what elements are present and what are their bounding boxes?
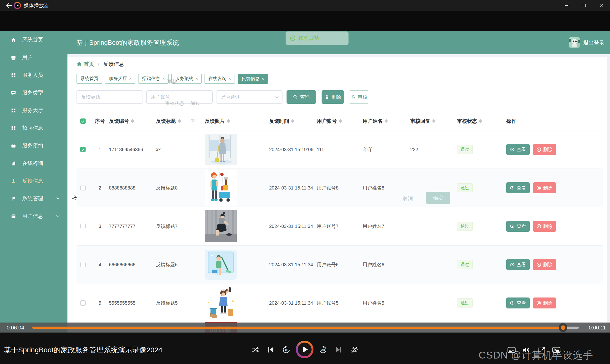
rewind-10-button[interactable]: 10 bbox=[282, 345, 291, 354]
tab-service-booking[interactable]: 服务预约× bbox=[171, 74, 202, 84]
sidebar-item-recruit-info[interactable]: 招聘信息 bbox=[0, 119, 67, 137]
sidebar-item-feedback-info[interactable]: 反馈信息 bbox=[0, 172, 67, 190]
row-checkbox[interactable] bbox=[80, 147, 86, 152]
repeat-off-button[interactable] bbox=[350, 345, 359, 354]
minimize-button[interactable] bbox=[558, 0, 575, 11]
row-checkbox[interactable] bbox=[80, 300, 86, 306]
feedback-title-input[interactable] bbox=[77, 90, 143, 104]
sort-icon[interactable] bbox=[432, 119, 435, 123]
sort-icon[interactable] bbox=[479, 119, 482, 123]
cell-feedback-id: 6666666666 bbox=[109, 262, 156, 267]
volume-icon[interactable] bbox=[522, 346, 531, 355]
tab-recruit-info[interactable]: 招聘信息× bbox=[138, 74, 169, 84]
view-button[interactable]: 查看 bbox=[506, 259, 530, 270]
feedback-photo[interactable] bbox=[205, 170, 269, 206]
delete-button[interactable]: 删除 bbox=[533, 298, 556, 309]
tab-system-home[interactable]: 系统首页 bbox=[77, 74, 102, 84]
sidebar-item-home[interactable]: 系统首页 bbox=[0, 31, 67, 49]
app-title: 基于SpringBoot的家政服务管理系统 bbox=[76, 31, 179, 54]
mini-player-icon[interactable] bbox=[552, 346, 561, 355]
tab-service-hall[interactable]: 服务大厅× bbox=[105, 74, 135, 84]
close-button[interactable] bbox=[593, 0, 610, 11]
scrollbar[interactable] bbox=[607, 57, 610, 333]
delete-button[interactable]: 删除 bbox=[533, 221, 556, 232]
view-button[interactable]: 查看 bbox=[506, 221, 530, 232]
sidebar-item-online-consult[interactable]: 在线咨询 bbox=[0, 155, 67, 172]
back-icon[interactable] bbox=[5, 2, 12, 9]
close-icon[interactable]: × bbox=[195, 77, 198, 81]
circle-x-icon bbox=[537, 301, 541, 305]
column-header-user-name[interactable]: 用户姓名 bbox=[363, 118, 410, 124]
sidebar-item-user-info[interactable]: 用户信息 bbox=[0, 208, 67, 225]
close-icon[interactable]: × bbox=[162, 77, 165, 81]
feedback-photo[interactable] bbox=[205, 134, 269, 165]
sort-icon[interactable] bbox=[385, 119, 388, 123]
seek-bar: 0:06:04 0:00:11 bbox=[0, 323, 610, 333]
tab-online-consult[interactable]: 在线咨询× bbox=[205, 74, 235, 84]
delete-selected-button[interactable]: 删除 bbox=[322, 90, 344, 104]
close-icon[interactable]: × bbox=[129, 77, 131, 81]
sort-icon[interactable] bbox=[227, 119, 230, 123]
cell-index: 5 bbox=[91, 300, 109, 306]
logout-button[interactable]: 退出登录 bbox=[569, 37, 604, 48]
sort-icon[interactable] bbox=[178, 119, 181, 123]
cell-user-account: 用户账号5 bbox=[317, 300, 363, 306]
sort-icon[interactable] bbox=[339, 119, 342, 123]
delete-button[interactable]: 删除 bbox=[533, 182, 556, 193]
column-header-feedback-photo[interactable]: 反馈照片 bbox=[205, 118, 269, 124]
column-header-user-account[interactable]: 用户账号 bbox=[317, 118, 363, 124]
view-button[interactable]: 查看 bbox=[506, 298, 530, 309]
forward-30-button[interactable]: 30 bbox=[319, 345, 327, 354]
progress-fill[interactable] bbox=[32, 326, 563, 329]
previous-track-button[interactable] bbox=[267, 345, 275, 354]
tab-bar: 系统首页 服务大厅× 招聘信息× 服务预约× 在线咨询× 反馈信息× bbox=[77, 73, 268, 85]
sort-icon[interactable] bbox=[131, 119, 134, 123]
column-header-feedback-time[interactable]: 反馈时间 bbox=[269, 118, 317, 124]
delete-button[interactable]: 删除 bbox=[533, 144, 556, 155]
sidebar-item-service-booking[interactable]: 服务预约 bbox=[0, 137, 67, 155]
column-header-audit-reply[interactable]: 审核回复 bbox=[410, 118, 457, 124]
chevron-down-icon bbox=[275, 96, 279, 98]
subtitles-icon[interactable] bbox=[507, 346, 516, 355]
sidebar-item-service-hall[interactable]: 服务大厅 bbox=[0, 102, 67, 119]
pass-select[interactable]: 是否通过 bbox=[216, 90, 283, 104]
sidebar-item-users[interactable]: 用户 bbox=[0, 49, 67, 66]
cell-actions: 查看 删除 bbox=[506, 259, 603, 270]
row-checkbox[interactable] bbox=[80, 185, 86, 191]
eye-icon bbox=[510, 148, 515, 151]
column-header-feedback-title[interactable]: 反馈标题 bbox=[156, 118, 205, 124]
row-checkbox[interactable] bbox=[80, 262, 86, 267]
maximize-button[interactable] bbox=[575, 0, 593, 11]
cell-user-account: 用户账号7 bbox=[317, 223, 363, 230]
query-button[interactable]: 查询 bbox=[286, 90, 316, 104]
content-panel: 首页 / 反馈信息 系统首页 服务大厅× 招聘信息× 服务预约× 在线咨询× 反… bbox=[67, 54, 610, 333]
sidebar-item-system-manage[interactable]: 系统管理 bbox=[0, 190, 67, 208]
audit-button[interactable]: 审核 bbox=[349, 90, 369, 104]
tab-feedback-info[interactable]: 反馈信息× bbox=[238, 74, 268, 84]
seek-handle[interactable] bbox=[559, 323, 567, 332]
column-header-feedback-id[interactable]: 反馈编号 bbox=[109, 118, 156, 124]
play-button[interactable] bbox=[296, 341, 313, 358]
sort-icon[interactable] bbox=[291, 119, 294, 123]
feedback-photo[interactable] bbox=[205, 287, 269, 319]
view-button[interactable]: 查看 bbox=[506, 144, 530, 155]
sidebar-item-service-type[interactable]: 服务类型 bbox=[0, 84, 67, 102]
shuffle-button[interactable] bbox=[251, 345, 260, 354]
breadcrumb-home[interactable]: 首页 bbox=[77, 61, 94, 68]
column-header-audit-status[interactable]: 审核状态 bbox=[457, 118, 506, 124]
select-all-checkbox[interactable] bbox=[80, 118, 86, 124]
sidebar-item-service-staff[interactable]: 服务人员 bbox=[0, 66, 67, 84]
feedback-photo[interactable] bbox=[205, 250, 269, 280]
next-track-button[interactable] bbox=[334, 345, 343, 354]
remaining-time: 0:00:11 bbox=[589, 325, 606, 331]
fullscreen-icon[interactable] bbox=[537, 346, 546, 356]
view-button[interactable]: 查看 bbox=[506, 182, 530, 193]
close-icon[interactable]: × bbox=[229, 77, 231, 81]
delete-button[interactable]: 删除 bbox=[533, 259, 556, 270]
row-checkbox[interactable] bbox=[80, 224, 86, 229]
close-icon[interactable]: × bbox=[262, 77, 264, 81]
window-titlebar: 媒体播放器 bbox=[0, 0, 610, 11]
feedback-photo[interactable] bbox=[205, 210, 269, 242]
user-account-input[interactable] bbox=[146, 90, 213, 104]
cell-actions: 查看 删除 bbox=[506, 144, 603, 155]
